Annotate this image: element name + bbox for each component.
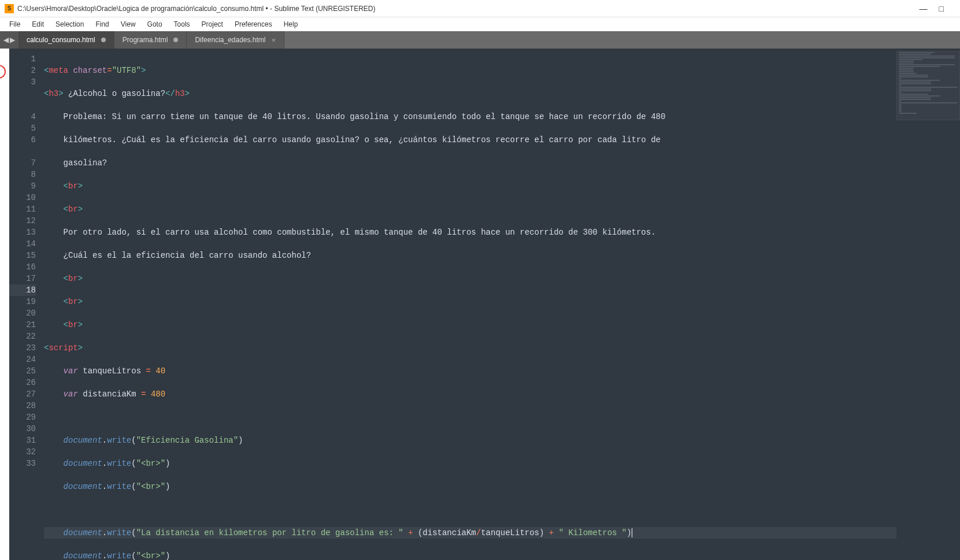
tab-label: Programa.html <box>123 36 168 44</box>
window-controls: — □ <box>920 4 955 13</box>
line-number: 8 <box>9 169 36 180</box>
menu-view[interactable]: View <box>116 19 140 29</box>
line-number: 12 <box>9 215 36 227</box>
line-number: 21 <box>9 319 36 331</box>
close-tab-icon[interactable]: × <box>272 36 276 44</box>
line-number: 32 <box>9 446 36 458</box>
line-number: 9 <box>9 180 36 192</box>
dirty-indicator-icon <box>173 38 178 42</box>
line-number: 25 <box>9 365 36 377</box>
menu-edit[interactable]: Edit <box>27 19 49 29</box>
line-number <box>9 99 36 111</box>
minimize-button[interactable]: — <box>920 4 928 13</box>
tab-programa[interactable]: Programa.html <box>114 31 187 49</box>
line-number: 24 <box>9 354 36 365</box>
line-number: 33 <box>9 458 36 469</box>
line-number: 26 <box>9 377 36 388</box>
tab-label: calculo_consumo.html <box>27 36 95 44</box>
line-number: 13 <box>9 227 36 238</box>
editor[interactable]: 1234567891011121314151617181920212223242… <box>9 49 960 560</box>
line-number: 15 <box>9 250 36 261</box>
menu-find[interactable]: Find <box>91 19 113 29</box>
line-number: 7 <box>9 157 36 169</box>
title-bar: S C:\Users\Hmora\Desktop\Oracle\Logica d… <box>0 0 960 17</box>
line-number: 27 <box>9 388 36 400</box>
tab-calculo-consumo[interactable]: calculo_consumo.html <box>18 31 114 49</box>
line-number: 19 <box>9 296 36 307</box>
tab-label: Difeencia_edades.html <box>195 36 265 44</box>
line-number <box>9 88 36 99</box>
line-number: 3 <box>9 76 36 88</box>
tab-bar: ◀ ▶ calculo_consumo.html Programa.html D… <box>0 31 960 49</box>
line-number: 2 <box>9 65 36 76</box>
maximize-button[interactable]: □ <box>939 4 944 13</box>
tab-diferencia-edades[interactable]: Difeencia_edades.html × <box>187 31 284 49</box>
menu-project[interactable]: Project <box>197 19 228 29</box>
line-number: 4 <box>9 111 36 123</box>
nav-back-icon[interactable]: ◀ <box>3 36 9 44</box>
window-title: C:\Users\Hmora\Desktop\Oracle\Logica de … <box>17 5 920 13</box>
line-number: 1 <box>9 53 36 65</box>
minimap[interactable] <box>896 49 960 560</box>
line-number: 14 <box>9 238 36 250</box>
line-number: 10 <box>9 192 36 203</box>
main-area: 1234567891011121314151617181920212223242… <box>0 49 960 560</box>
line-number: 17 <box>9 273 36 284</box>
line-number: 30 <box>9 423 36 435</box>
line-number: 5 <box>9 123 36 134</box>
menu-goto[interactable]: Goto <box>143 19 167 29</box>
line-number: 31 <box>9 435 36 446</box>
line-number: 29 <box>9 411 36 423</box>
menu-selection[interactable]: Selection <box>51 19 88 29</box>
menu-bar: File Edit Selection Find View Goto Tools… <box>0 17 960 31</box>
line-number: 23 <box>9 342 36 354</box>
minimap-viewport[interactable] <box>896 51 960 120</box>
line-number-gutter: 1234567891011121314151617181920212223242… <box>9 49 42 560</box>
tab-nav-arrows: ◀ ▶ <box>0 31 18 49</box>
nav-forward-icon[interactable]: ▶ <box>10 36 15 44</box>
app-icon: S <box>5 4 14 13</box>
line-number: 6 <box>9 134 36 146</box>
line-number: 20 <box>9 307 36 319</box>
text-cursor <box>632 528 632 537</box>
line-number <box>9 146 36 157</box>
line-number: 18 <box>9 284 36 296</box>
menu-help[interactable]: Help <box>279 19 303 29</box>
menu-preferences[interactable]: Preferences <box>230 19 277 29</box>
line-number: 28 <box>9 400 36 411</box>
line-number: 22 <box>9 331 36 342</box>
code-area[interactable]: <meta charset="UTF8"> <h3> ¿Alcohol o ga… <box>42 49 896 560</box>
external-window-edge-icon <box>0 65 6 79</box>
line-number: 16 <box>9 261 36 273</box>
dirty-indicator-icon <box>101 38 106 42</box>
menu-tools[interactable]: Tools <box>169 19 195 29</box>
left-edge-strip <box>0 49 9 560</box>
line-number: 11 <box>9 203 36 215</box>
menu-file[interactable]: File <box>5 19 25 29</box>
